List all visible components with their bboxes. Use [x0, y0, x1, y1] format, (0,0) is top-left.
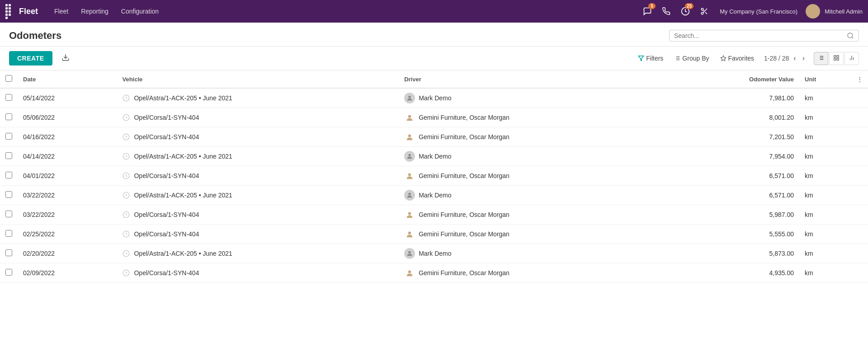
row-vehicle[interactable]: Opel/Astra/1-ACK-205 • June 2021 — [117, 186, 399, 205]
nav-configuration[interactable]: Configuration — [116, 5, 164, 18]
row-driver[interactable]: Mark Demo — [399, 186, 670, 205]
row-vehicle[interactable]: Opel/Corsa/1-SYN-404 — [117, 166, 399, 186]
favorites-button[interactable]: Favorites — [717, 53, 757, 64]
row-checkbox[interactable] — [5, 211, 12, 217]
row-checkbox[interactable] — [5, 191, 12, 198]
groupby-icon — [674, 55, 680, 61]
prev-page-button[interactable]: ‹ — [792, 52, 797, 64]
create-button[interactable]: CREATE — [9, 51, 52, 66]
pagination: 1-28 / 28 ‹ › — [764, 52, 807, 64]
table-row: 02/25/2022 Opel/Corsa/1-SYN-404 Gemini F… — [0, 225, 868, 244]
row-checkbox[interactable] — [5, 133, 12, 140]
row-date: 04/16/2022 — [18, 127, 117, 147]
groupby-button[interactable]: Group By — [671, 53, 712, 64]
row-driver[interactable]: Gemini Furniture, Oscar Morgan — [399, 225, 670, 244]
row-vehicle[interactable]: Opel/Corsa/1-SYN-404 — [117, 205, 399, 225]
company-name[interactable]: My Company (San Francisco) — [720, 8, 797, 15]
row-checkbox-cell — [0, 263, 18, 283]
table-row: 03/22/2022 Opel/Astra/1-ACK-205 • June 2… — [0, 186, 868, 205]
row-more[interactable] — [851, 108, 868, 127]
nav-reporting[interactable]: Reporting — [75, 5, 114, 18]
row-checkbox[interactable] — [5, 152, 12, 159]
nav-fleet[interactable]: Fleet — [49, 5, 74, 18]
row-checkbox[interactable] — [5, 172, 12, 178]
chart-view-button[interactable] — [844, 52, 859, 65]
row-more[interactable] — [851, 263, 868, 283]
row-driver[interactable]: Gemini Furniture, Oscar Morgan — [399, 166, 670, 186]
list-view-button[interactable] — [814, 52, 828, 65]
row-vehicle-name: Opel/Astra/1-ACK-205 • June 2021 — [134, 94, 232, 102]
svg-point-36 — [408, 134, 411, 137]
phone-icon-btn[interactable] — [659, 4, 674, 19]
cut-icon-btn[interactable] — [697, 4, 712, 19]
row-odometer: 6,571.00 — [670, 186, 799, 205]
row-more[interactable] — [851, 166, 868, 186]
driver-avatar — [404, 267, 415, 278]
table-container: Date Vehicle Driver Odometer Value Unit … — [0, 70, 868, 283]
table-row: 05/14/2022 Opel/Astra/1-ACK-205 • June 2… — [0, 88, 868, 108]
table-header-row: Date Vehicle Driver Odometer Value Unit … — [0, 70, 868, 88]
row-vehicle[interactable]: Opel/Corsa/1-SYN-404 — [117, 108, 399, 127]
topnav-menu: Fleet Reporting Configuration — [49, 5, 637, 18]
row-more[interactable] — [851, 186, 868, 205]
header-date[interactable]: Date — [18, 70, 117, 88]
row-driver[interactable]: Gemini Furniture, Oscar Morgan — [399, 205, 670, 225]
row-vehicle[interactable]: Opel/Corsa/1-SYN-404 — [117, 127, 399, 147]
row-date: 04/14/2022 — [18, 147, 117, 166]
scissors-icon — [700, 7, 708, 15]
row-checkbox[interactable] — [5, 113, 12, 120]
row-driver[interactable]: Mark Demo — [399, 88, 670, 108]
row-more[interactable] — [851, 88, 868, 108]
next-page-button[interactable]: › — [801, 52, 807, 64]
header-vehicle[interactable]: Vehicle — [117, 70, 399, 88]
table-row: 02/09/2022 Opel/Corsa/1-SYN-404 Gemini F… — [0, 263, 868, 283]
row-driver[interactable]: Gemini Furniture, Oscar Morgan — [399, 263, 670, 283]
brand-name[interactable]: Fleet — [19, 7, 38, 16]
row-driver[interactable]: Mark Demo — [399, 244, 670, 263]
row-vehicle[interactable]: Opel/Astra/1-ACK-205 • June 2021 — [117, 244, 399, 263]
row-driver[interactable]: Gemini Furniture, Oscar Morgan — [399, 127, 670, 147]
row-vehicle[interactable]: Opel/Corsa/1-SYN-404 — [117, 263, 399, 283]
row-checkbox[interactable] — [5, 269, 12, 276]
row-driver[interactable]: Mark Demo — [399, 147, 670, 166]
user-name[interactable]: Mitchell Admin — [825, 8, 863, 15]
row-checkbox[interactable] — [5, 230, 12, 237]
row-checkbox-cell — [0, 186, 18, 205]
row-checkbox-cell — [0, 88, 18, 108]
driver-name: Gemini Furniture, Oscar Morgan — [419, 211, 509, 218]
kanban-view-button[interactable] — [829, 52, 844, 65]
filters-button[interactable]: Filters — [635, 53, 666, 64]
chat-icon-btn[interactable]: 5 — [640, 4, 655, 19]
header-unit[interactable]: Unit — [799, 70, 851, 88]
row-more[interactable] — [851, 244, 868, 263]
row-vehicle[interactable]: Opel/Astra/1-ACK-205 • June 2021 — [117, 88, 399, 108]
header-odometer[interactable]: Odometer Value — [670, 70, 799, 88]
user-avatar[interactable] — [806, 4, 820, 19]
activity-icon-btn[interactable]: 25 — [678, 4, 693, 19]
row-checkbox[interactable] — [5, 249, 12, 256]
search-icon[interactable] — [847, 32, 854, 39]
row-more[interactable] — [851, 205, 868, 225]
row-unit: km — [799, 225, 851, 244]
row-driver[interactable]: Gemini Furniture, Oscar Morgan — [399, 108, 670, 127]
row-unit: km — [799, 205, 851, 225]
row-checkbox[interactable] — [5, 94, 12, 101]
toolbar-right: Filters Group By — [635, 52, 859, 65]
row-more[interactable] — [851, 147, 868, 166]
row-vehicle[interactable]: Opel/Astra/1-ACK-205 • June 2021 — [117, 147, 399, 166]
svg-point-40 — [408, 173, 411, 176]
select-all-checkbox[interactable] — [5, 75, 12, 82]
vehicle-icon — [122, 269, 130, 277]
search-input[interactable] — [674, 32, 847, 39]
row-more[interactable] — [851, 127, 868, 147]
row-more[interactable] — [851, 225, 868, 244]
apps-icon[interactable] — [5, 4, 14, 19]
driver-avatar — [404, 151, 415, 162]
row-vehicle[interactable]: Opel/Corsa/1-SYN-404 — [117, 225, 399, 244]
header-driver[interactable]: Driver — [399, 70, 670, 88]
svg-point-6 — [811, 8, 815, 11]
svg-point-34 — [408, 115, 411, 117]
row-date: 05/14/2022 — [18, 88, 117, 108]
download-button[interactable] — [60, 52, 71, 66]
header-more[interactable]: ⋮ — [851, 70, 868, 88]
